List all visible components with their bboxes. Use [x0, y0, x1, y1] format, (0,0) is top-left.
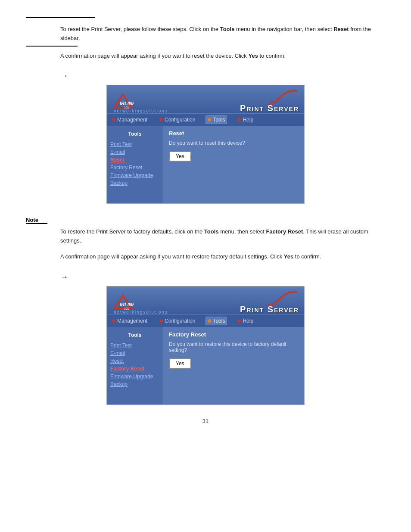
- body-text-3: To restore the Print Server to factory d…: [60, 227, 385, 246]
- widget1-content: Reset Do you want to reset this device? …: [163, 126, 304, 203]
- sidebar-link-reset-2[interactable]: Reset: [107, 357, 163, 365]
- nav-dot-7: [208, 319, 211, 323]
- nav-configuration-1[interactable]: Configuration: [158, 116, 197, 124]
- widget1-sidebar-title: Tools: [107, 129, 163, 140]
- widget-reset: IRLINK 101 networkingsolutions Print Ser…: [106, 85, 305, 204]
- airlink-logo-svg-2: IRLINK 101: [112, 293, 134, 310]
- sidebar-link-factoryreset-2[interactable]: Factory Reset: [107, 365, 163, 373]
- widget2-nav: Management Configuration Tools Help: [107, 314, 304, 327]
- sidebar-link-printtest-1[interactable]: Print Test: [107, 140, 163, 148]
- sidebar-link-firmware-1[interactable]: Firmware Upgrade: [107, 171, 163, 179]
- nav-dot-2: [159, 118, 163, 121]
- widget2-sidebar-title: Tools: [107, 330, 163, 342]
- sidebar-link-email-2[interactable]: E-mail: [107, 349, 163, 357]
- nav-tools-2[interactable]: Tools: [206, 317, 227, 325]
- svg-text:IRLINK: IRLINK: [120, 101, 134, 106]
- widget2-yes-button[interactable]: Yes: [169, 358, 191, 369]
- widget2-body: Tools Print Test E-mail Reset Factory Re…: [107, 327, 304, 404]
- body-text-1: To reset the Print Server, please follow…: [60, 25, 385, 43]
- sidebar-link-printtest-2[interactable]: Print Test: [107, 342, 163, 349]
- body-text-2: A confirmation page will appear asking i…: [60, 52, 385, 61]
- widget2-title-area: Print Server: [240, 305, 299, 314]
- widget1-header: IRLINK 101 networkingsolutions Print Ser…: [107, 85, 304, 113]
- section-line-2: [26, 46, 78, 47]
- note-label: Note: [26, 217, 47, 224]
- nav-dot-4: [237, 118, 241, 121]
- nav-dot-6: [159, 319, 163, 323]
- widget1-title-area: Print Server: [240, 103, 299, 113]
- widget2-content-text: Do you want to restore this device to fa…: [169, 341, 298, 353]
- widget1-content-text: Do you want to reset this device?: [169, 140, 298, 146]
- nav-dot-8: [237, 319, 241, 323]
- arrow-1: →: [60, 72, 385, 81]
- widget2-logo: IRLINK 101: [112, 293, 134, 310]
- sidebar-link-email-1[interactable]: E-mail: [107, 148, 163, 156]
- widget1-sidebar: Tools Print Test E-mail Reset Factory Re…: [107, 126, 163, 203]
- sidebar-link-backup-2[interactable]: Backup: [107, 380, 163, 388]
- widget2-logo-area: IRLINK 101 networkingsolutions: [112, 293, 168, 314]
- sidebar-link-backup-1[interactable]: Backup: [107, 179, 163, 187]
- widget1-content-title: Reset: [169, 130, 298, 137]
- arrow-2: →: [60, 273, 385, 282]
- body-text-4: A confirmation page will appear asking i…: [60, 252, 385, 261]
- widget2-logo-sub: networkingsolutions: [114, 310, 168, 314]
- sidebar-link-factoryreset-1[interactable]: Factory Reset: [107, 164, 163, 171]
- sidebar-link-firmware-2[interactable]: Firmware Upgrade: [107, 373, 163, 380]
- widget1-logo-sub: networkingsolutions: [114, 109, 168, 113]
- airlink-logo-svg: IRLINK 101: [112, 92, 134, 109]
- page-number: 31: [26, 418, 385, 424]
- widget-factory-reset: IRLINK 101 networkingsolutions Print Ser…: [106, 286, 305, 405]
- nav-management-1[interactable]: Management: [110, 116, 149, 124]
- widget2-sidebar: Tools Print Test E-mail Reset Factory Re…: [107, 327, 163, 404]
- nav-help-1[interactable]: Help: [236, 116, 255, 124]
- widget2-content-title: Factory Reset: [169, 331, 298, 338]
- widget1-yes-button[interactable]: Yes: [169, 151, 191, 162]
- nav-help-2[interactable]: Help: [236, 317, 255, 325]
- widget2-header: IRLINK 101 networkingsolutions Print Ser…: [107, 286, 304, 314]
- swoosh-icon: [266, 87, 301, 107]
- nav-management-2[interactable]: Management: [110, 317, 149, 325]
- nav-dot-1: [112, 118, 115, 121]
- section-line-1: [26, 17, 95, 18]
- widget1-logo-area: IRLINK 101 networkingsolutions: [112, 92, 168, 113]
- nav-dot-3: [208, 118, 211, 121]
- sidebar-link-reset-1[interactable]: Reset: [107, 156, 163, 164]
- widget1-logo: IRLINK 101: [112, 92, 134, 109]
- svg-text:IRLINK: IRLINK: [120, 302, 134, 307]
- swoosh-icon-2: [266, 289, 301, 308]
- widget2-content: Factory Reset Do you want to restore thi…: [163, 327, 304, 404]
- nav-tools-1[interactable]: Tools: [206, 115, 227, 124]
- widget1-body: Tools Print Test E-mail Reset Factory Re…: [107, 126, 304, 203]
- widget1-nav: Management Configuration Tools Help: [107, 113, 304, 126]
- nav-dot-5: [112, 319, 115, 323]
- nav-configuration-2[interactable]: Configuration: [158, 317, 197, 325]
